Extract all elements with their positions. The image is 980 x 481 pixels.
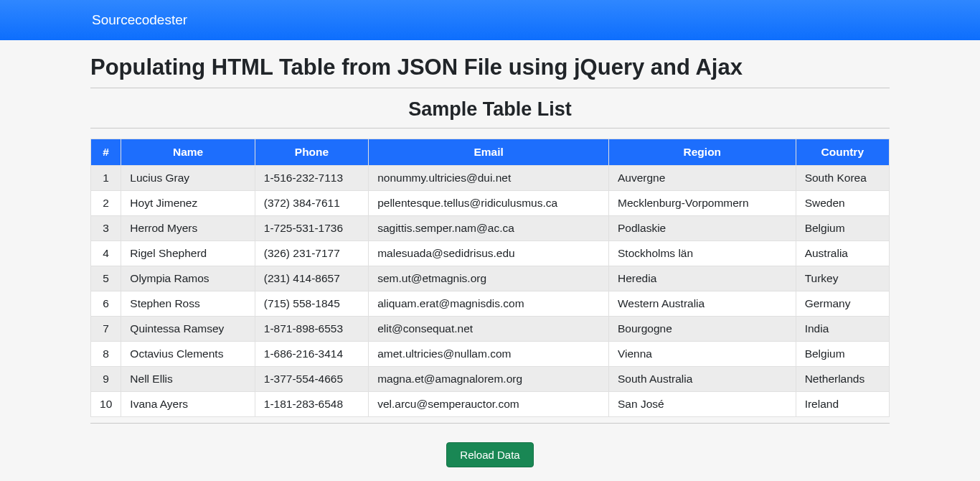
reload-button[interactable]: Reload Data — [446, 442, 533, 467]
divider — [90, 128, 890, 129]
col-header-email: Email — [369, 139, 609, 166]
table-header-row: # Name Phone Email Region Country — [91, 139, 890, 166]
col-header-index: # — [91, 139, 121, 166]
main-container: Populating HTML Table from JSON File usi… — [90, 40, 890, 467]
cell-phone: 1-181-283-6548 — [255, 392, 368, 417]
cell-name: Herrod Myers — [121, 216, 255, 241]
cell-region: Heredia — [609, 266, 796, 291]
cell-name: Ivana Ayers — [121, 392, 255, 417]
cell-email: sagittis.semper.nam@ac.ca — [369, 216, 609, 241]
cell-index: 4 — [91, 241, 121, 266]
table-subtitle: Sample Table List — [90, 98, 890, 121]
cell-country: Belgium — [796, 342, 889, 367]
cell-index: 6 — [91, 291, 121, 317]
table-row: 3Herrod Myers1-725-531-1736sagittis.semp… — [91, 216, 890, 241]
table-row: 9Nell Ellis1-377-554-4665magna.et@amagna… — [91, 367, 890, 392]
cell-index: 3 — [91, 216, 121, 241]
cell-phone: 1-377-554-4665 — [255, 367, 368, 392]
cell-email: aliquam.erat@magnisdis.com — [369, 291, 609, 317]
cell-name: Stephen Ross — [121, 291, 255, 317]
table-row: 2Hoyt Jimenez(372) 384-7611pellentesque.… — [91, 191, 890, 216]
cell-country: Turkey — [796, 266, 889, 291]
col-header-phone: Phone — [255, 139, 368, 166]
cell-phone: 1-725-531-1736 — [255, 216, 368, 241]
cell-email: vel.arcu@semperauctor.com — [369, 392, 609, 417]
table-row: 5Olympia Ramos(231) 414-8657sem.ut@etmag… — [91, 266, 890, 291]
cell-region: Podlaskie — [609, 216, 796, 241]
cell-region: South Australia — [609, 367, 796, 392]
cell-country: Ireland — [796, 392, 889, 417]
divider — [90, 423, 890, 424]
cell-country: India — [796, 317, 889, 342]
brand-link[interactable]: Sourcecodester — [92, 12, 187, 28]
cell-email: magna.et@amagnalorem.org — [369, 367, 609, 392]
table-row: 4Rigel Shepherd(326) 231-7177malesuada@s… — [91, 241, 890, 266]
cell-country: Netherlands — [796, 367, 889, 392]
cell-email: elit@consequat.net — [369, 317, 609, 342]
data-table: # Name Phone Email Region Country 1Luciu… — [90, 139, 890, 417]
divider — [90, 88, 890, 88]
cell-region: Bourgogne — [609, 317, 796, 342]
col-header-country: Country — [796, 139, 889, 166]
cell-index: 10 — [91, 392, 121, 417]
cell-phone: 1-871-898-6553 — [255, 317, 368, 342]
cell-index: 8 — [91, 342, 121, 367]
cell-region: Mecklenburg-Vorpommern — [609, 191, 796, 216]
cell-region: Auvergne — [609, 166, 796, 191]
cell-phone: 1-516-232-7113 — [255, 166, 368, 191]
cell-phone: (372) 384-7611 — [255, 191, 368, 216]
cell-email: nonummy.ultricies@dui.net — [369, 166, 609, 191]
cell-index: 1 — [91, 166, 121, 191]
cell-name: Lucius Gray — [121, 166, 255, 191]
cell-region: San José — [609, 392, 796, 417]
cell-region: Stockholms län — [609, 241, 796, 266]
cell-region: Western Australia — [609, 291, 796, 317]
cell-phone: (231) 414-8657 — [255, 266, 368, 291]
button-row: Reload Data — [90, 442, 890, 467]
cell-name: Olympia Ramos — [121, 266, 255, 291]
cell-name: Rigel Shepherd — [121, 241, 255, 266]
cell-email: sem.ut@etmagnis.org — [369, 266, 609, 291]
table-body: 1Lucius Gray1-516-232-7113nonummy.ultric… — [91, 166, 890, 417]
col-header-name: Name — [121, 139, 255, 166]
table-row: 8Octavius Clements1-686-216-3414amet.ult… — [91, 342, 890, 367]
page-title: Populating HTML Table from JSON File usi… — [90, 55, 890, 80]
cell-region: Vienna — [609, 342, 796, 367]
col-header-region: Region — [609, 139, 796, 166]
cell-name: Octavius Clements — [121, 342, 255, 367]
cell-email: amet.ultricies@nullam.com — [369, 342, 609, 367]
cell-country: Australia — [796, 241, 889, 266]
cell-country: Belgium — [796, 216, 889, 241]
table-row: 7Quintessa Ramsey1-871-898-6553elit@cons… — [91, 317, 890, 342]
cell-index: 9 — [91, 367, 121, 392]
cell-country: Germany — [796, 291, 889, 317]
cell-phone: (326) 231-7177 — [255, 241, 368, 266]
cell-index: 7 — [91, 317, 121, 342]
table-row: 6Stephen Ross(715) 558-1845aliquam.erat@… — [91, 291, 890, 317]
cell-name: Hoyt Jimenez — [121, 191, 255, 216]
cell-email: pellentesque.tellus@ridiculusmus.ca — [369, 191, 609, 216]
cell-country: Sweden — [796, 191, 889, 216]
table-row: 1Lucius Gray1-516-232-7113nonummy.ultric… — [91, 166, 890, 191]
cell-email: malesuada@sedidrisus.edu — [369, 241, 609, 266]
cell-phone: 1-686-216-3414 — [255, 342, 368, 367]
cell-index: 5 — [91, 266, 121, 291]
cell-phone: (715) 558-1845 — [255, 291, 368, 317]
cell-country: South Korea — [796, 166, 889, 191]
table-row: 10Ivana Ayers1-181-283-6548vel.arcu@semp… — [91, 392, 890, 417]
cell-name: Quintessa Ramsey — [121, 317, 255, 342]
cell-name: Nell Ellis — [121, 367, 255, 392]
navbar: Sourcecodester — [0, 0, 980, 40]
cell-index: 2 — [91, 191, 121, 216]
